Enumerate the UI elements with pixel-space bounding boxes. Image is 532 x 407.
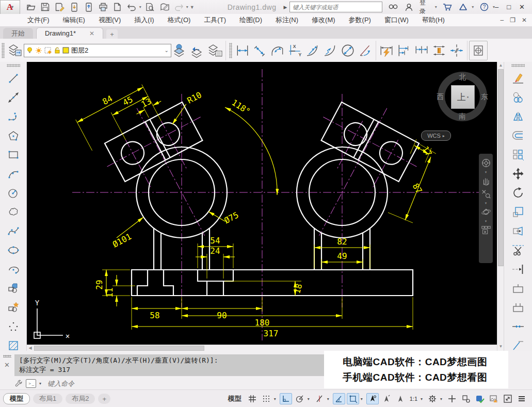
menu-edit[interactable]: 编辑(E)	[56, 14, 92, 26]
ortho-toggle-icon[interactable]	[280, 393, 292, 404]
login-link[interactable]: 登录	[420, 0, 432, 16]
pan-hand-icon[interactable]	[481, 176, 491, 186]
polygon-tool-icon[interactable]	[6, 128, 21, 143]
layout-tab-model[interactable]: 模型	[3, 393, 30, 404]
zoom-extents-icon[interactable]	[481, 189, 491, 199]
object-snap-tracking-icon[interactable]	[333, 393, 345, 404]
navigation-bar[interactable]: ▾ ▾ ▾	[479, 154, 493, 263]
rotate-tool-icon[interactable]	[510, 185, 526, 201]
help-icon[interactable]: ?	[478, 2, 490, 13]
offset-tool-icon[interactable]	[510, 128, 526, 143]
app-logo[interactable]: A▾	[0, 0, 20, 14]
save-icon[interactable]	[40, 2, 51, 13]
snap-toggle-icon[interactable]	[260, 393, 272, 404]
chevron-down-icon[interactable]: ⌄	[165, 47, 169, 53]
menu-window[interactable]: 窗口(W)	[378, 14, 415, 26]
minimize-button[interactable]: –	[495, 3, 498, 11]
view-cube-west[interactable]: 西	[437, 92, 444, 102]
qat-more-icon[interactable]: ▼	[190, 5, 195, 10]
menu-file[interactable]: 文件(F)	[21, 14, 56, 26]
orbit-icon[interactable]	[481, 207, 491, 217]
new-drawing-icon[interactable]	[112, 2, 123, 13]
wheel-dropdown[interactable]: ▾	[485, 171, 487, 173]
open-icon[interactable]	[25, 2, 37, 13]
vertical-scrollbar[interactable]: ▲ ▼	[497, 62, 504, 351]
new-layout-button[interactable]: +	[98, 394, 110, 404]
snap-dropdown[interactable]: ▾	[274, 397, 278, 401]
scroll-down-icon[interactable]: ▼	[498, 344, 504, 350]
command-window-grip[interactable]	[3, 355, 11, 357]
move-tool-icon[interactable]	[510, 166, 526, 182]
copy-tool-icon[interactable]	[510, 90, 526, 105]
clean-screen-icon[interactable]	[502, 393, 514, 404]
ellipse-arc-tool-icon[interactable]	[6, 262, 21, 277]
lineweight-toggle-icon[interactable]	[380, 393, 393, 404]
menu-insert[interactable]: 插入(I)	[127, 14, 160, 26]
line-tool-icon[interactable]	[6, 71, 21, 86]
print-icon[interactable]	[98, 2, 109, 13]
dim-aligned-icon[interactable]	[251, 41, 269, 60]
menu-tools[interactable]: 工具(T)	[197, 14, 233, 26]
spline-tool-icon[interactable]	[6, 223, 21, 239]
dim-jogged-icon[interactable]	[321, 41, 339, 60]
dim-arc-length-icon[interactable]	[269, 41, 286, 60]
revision-cloud-tool-icon[interactable]	[6, 204, 21, 220]
arc-tool-icon[interactable]	[6, 166, 21, 182]
polar-dropdown[interactable]: ▾	[308, 397, 312, 401]
horizontal-scroll-thumb[interactable]	[34, 346, 204, 351]
maximize-button[interactable]: □	[507, 3, 511, 11]
doc-minimize-button[interactable]: –	[500, 17, 504, 24]
object-snap-icon[interactable]	[347, 393, 359, 404]
drawing-canvas[interactable]: 84 45 13 R10 118° Ø101 Ø75	[27, 62, 497, 345]
customization-menu-icon[interactable]	[515, 393, 528, 404]
dim-ordinate-icon[interactable]: XY	[286, 41, 304, 60]
layer-properties-icon[interactable]	[206, 41, 224, 60]
array-tool-icon[interactable]	[510, 147, 526, 162]
tab-close-icon[interactable]: ✕	[89, 30, 94, 37]
show-motion-icon[interactable]	[481, 225, 491, 235]
menu-modify[interactable]: 修改(M)	[305, 14, 342, 26]
dim-spacing-icon[interactable]	[430, 41, 448, 60]
login-dropdown[interactable]: ▾	[435, 5, 437, 9]
dimension-toolbar-grip[interactable]	[229, 43, 232, 58]
user-icon[interactable]	[404, 2, 415, 13]
preview-icon[interactable]	[144, 2, 156, 13]
isolate-objects-icon[interactable]	[460, 393, 472, 404]
construction-line-tool-icon[interactable]	[6, 90, 21, 105]
layout-tab-layout1[interactable]: 布局1	[33, 394, 62, 404]
dim-angular-icon[interactable]	[357, 41, 374, 60]
circle-tool-icon[interactable]	[6, 185, 21, 201]
command-prompt-icon[interactable]: ＞_	[26, 379, 36, 388]
dynamic-input-icon[interactable]	[366, 393, 379, 404]
command-dropdown[interactable]: ▾	[39, 381, 43, 386]
scale-dropdown[interactable]: ▾	[421, 397, 425, 401]
rectangle-tool-icon[interactable]	[6, 147, 21, 162]
close-button[interactable]: ✕	[519, 3, 525, 11]
redo-icon[interactable]	[173, 2, 185, 13]
doc-close-button[interactable]: ✕	[522, 17, 527, 24]
customize-wrench-icon[interactable]	[14, 379, 23, 387]
gear-dropdown[interactable]: ▾	[440, 397, 444, 401]
layout-tab-layout2[interactable]: 布局2	[66, 394, 95, 404]
scale-tool-icon[interactable]	[510, 204, 526, 220]
layer-states-icon[interactable]	[6, 41, 24, 60]
command-close-icon[interactable]: ✕	[4, 361, 10, 369]
menu-parametric[interactable]: 参数(P)	[342, 14, 378, 26]
break-tool-icon[interactable]	[510, 300, 526, 315]
search-expand-icon[interactable]: ▶	[283, 5, 287, 10]
extend-tool-icon[interactable]	[510, 262, 526, 277]
markup-icon[interactable]	[159, 2, 170, 13]
orbit-dropdown[interactable]: ▾	[485, 220, 487, 222]
zoom-dropdown[interactable]: ▾	[485, 202, 487, 204]
scroll-up-icon[interactable]: ▲	[498, 62, 504, 69]
layer-dropdown[interactable]: 图层2 ⌄	[24, 44, 171, 57]
menu-dimension[interactable]: 标注(N)	[269, 14, 305, 26]
isodraft-icon[interactable]	[313, 393, 326, 404]
redo-dropdown[interactable]: ▾	[186, 5, 188, 9]
annotation-scale-label[interactable]: 1:1	[408, 396, 419, 402]
image-warning-icon[interactable]: !	[488, 393, 500, 404]
undo-icon[interactable]	[126, 2, 138, 13]
mirror-tool-icon[interactable]	[510, 109, 526, 124]
doc-restore-button[interactable]: ❐	[510, 17, 515, 24]
menu-format[interactable]: 格式(O)	[161, 14, 198, 26]
